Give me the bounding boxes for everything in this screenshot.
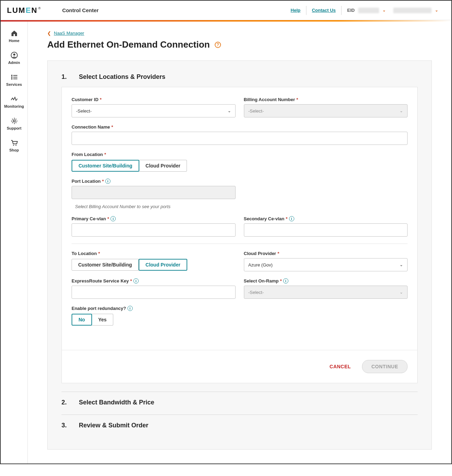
logo: LUMEN® xyxy=(7,6,41,15)
info-icon[interactable]: i xyxy=(289,216,294,221)
svg-rect-5 xyxy=(13,77,17,77)
cancel-button[interactable]: CANCEL xyxy=(330,364,351,369)
sidebar-item-home[interactable]: Home xyxy=(1,26,27,48)
contact-us-link[interactable]: Contact Us xyxy=(306,8,342,13)
svg-point-10 xyxy=(15,145,16,146)
to-location-cloud-provider-button[interactable]: Cloud Provider xyxy=(139,259,187,271)
select-onramp-label: Select On-Ramp* i xyxy=(244,278,408,284)
user-icon xyxy=(11,52,18,59)
port-redundancy-toggle: No Yes xyxy=(72,314,236,326)
port-redundancy-no-button[interactable]: No xyxy=(72,314,92,326)
cloud-provider-select[interactable]: Azure (Gov) ⌄ xyxy=(244,258,408,271)
from-location-cloud-provider-button[interactable]: Cloud Provider xyxy=(139,160,187,172)
primary-cevlan-input[interactable] xyxy=(72,223,236,237)
chevron-down-icon: ⌄ xyxy=(400,108,403,113)
info-icon[interactable]: i xyxy=(133,278,139,284)
eid-label: EID xyxy=(347,8,355,13)
svg-point-8 xyxy=(13,120,15,122)
sidebar-item-label: Monitoring xyxy=(4,104,24,108)
sidebar-item-label: Shop xyxy=(9,148,19,152)
step-title: Review & Submit Order xyxy=(79,422,148,429)
content-card: 1. Select Locations & Providers Customer… xyxy=(47,60,432,450)
from-location-label: From Location* xyxy=(72,152,236,157)
customer-id-select[interactable]: -Select- ⌄ xyxy=(72,104,236,117)
sidebar-item-label: Services xyxy=(6,82,22,87)
chevron-left-icon: ❮ xyxy=(47,31,51,36)
port-location-hint: Select Billing Account Number to see you… xyxy=(75,204,236,209)
help-icon[interactable]: ? xyxy=(215,42,221,48)
step-title: Select Bandwidth & Price xyxy=(79,399,154,406)
from-location-toggle: Customer Site/Building Cloud Provider xyxy=(72,160,236,172)
port-location-label: Port Location* i xyxy=(72,179,236,184)
info-icon[interactable]: i xyxy=(110,216,116,221)
info-icon[interactable]: i xyxy=(105,179,110,184)
sidebar-item-support[interactable]: Support xyxy=(1,114,27,136)
select-onramp-select[interactable]: -Select- ⌄ xyxy=(244,286,408,299)
continue-button[interactable]: CONTINUE xyxy=(362,360,408,373)
expressroute-key-input[interactable] xyxy=(72,286,236,299)
port-location-select[interactable] xyxy=(72,186,236,199)
page-title-text: Add Ethernet On-Demand Connection xyxy=(47,39,210,50)
breadcrumb-link[interactable]: NaaS Manager xyxy=(54,31,84,36)
step-2-bar[interactable]: 2. Select Bandwidth & Price xyxy=(61,392,418,406)
sidebar-item-shop[interactable]: Shop xyxy=(1,136,27,158)
to-location-label: To Location* xyxy=(72,251,236,256)
info-icon[interactable]: i xyxy=(128,306,133,311)
chevron-down-icon: ⌄ xyxy=(383,8,386,13)
svg-rect-7 xyxy=(13,79,17,79)
select-value: -Select- xyxy=(76,108,92,114)
info-icon[interactable]: i xyxy=(283,278,288,284)
chevron-down-icon: ⌄ xyxy=(400,262,403,267)
expressroute-key-label: ExpressRoute Service Key* i xyxy=(72,278,236,284)
breadcrumb: ❮ NaaS Manager xyxy=(47,31,432,36)
list-icon xyxy=(11,74,18,81)
billing-account-label: Billing Account Number* xyxy=(244,97,408,102)
select-value: Azure (Gov) xyxy=(248,262,273,268)
user-dropdown[interactable]: ⌄ xyxy=(391,8,443,13)
secondary-cevlan-input[interactable] xyxy=(244,223,408,237)
eid-dropdown[interactable]: EID ⌄ xyxy=(342,8,391,13)
form-footer: CANCEL CONTINUE xyxy=(62,350,417,383)
home-icon xyxy=(11,30,18,37)
app-title: Control Center xyxy=(62,7,99,13)
primary-cevlan-label: Primary Ce-vlan* i xyxy=(72,216,236,221)
secondary-cevlan-label: Secondary Ce-vlan* i xyxy=(244,216,408,221)
sidebar: Home Admin Services Monitoring xyxy=(1,22,28,463)
sidebar-item-label: Support xyxy=(7,126,21,130)
port-redundancy-label: Enable port redundancy? i xyxy=(72,306,236,311)
svg-point-2 xyxy=(11,75,13,76)
to-location-toggle: Customer Site/Building Cloud Provider xyxy=(72,259,236,271)
divider xyxy=(72,244,408,244)
connection-name-input[interactable] xyxy=(72,132,408,145)
select-value: -Select- xyxy=(248,290,264,295)
billing-account-select[interactable]: -Select- ⌄ xyxy=(244,104,408,117)
port-redundancy-yes-button[interactable]: Yes xyxy=(92,314,113,326)
svg-point-1 xyxy=(13,54,15,56)
sidebar-item-label: Admin xyxy=(8,60,20,65)
cart-icon xyxy=(11,139,18,146)
main-content: ❮ NaaS Manager Add Ethernet On-Demand Co… xyxy=(28,22,451,463)
help-link[interactable]: Help xyxy=(285,8,306,13)
chevron-down-icon: ⌄ xyxy=(435,8,438,13)
header: LUMEN® Control Center Help Contact Us EI… xyxy=(1,1,451,20)
activity-icon xyxy=(11,96,18,102)
gear-icon xyxy=(11,117,18,124)
step-title: Select Locations & Providers xyxy=(79,73,165,81)
customer-id-label: Customer ID* xyxy=(72,97,236,102)
step-number: 2. xyxy=(61,399,68,406)
sidebar-item-monitoring[interactable]: Monitoring xyxy=(1,92,27,114)
svg-point-9 xyxy=(13,145,14,146)
sidebar-item-services[interactable]: Services xyxy=(1,70,27,92)
to-location-customer-site-button[interactable]: Customer Site/Building xyxy=(72,259,139,271)
step-1-header: 1. Select Locations & Providers xyxy=(48,73,432,81)
from-location-customer-site-button[interactable]: Customer Site/Building xyxy=(72,160,139,172)
sidebar-item-admin[interactable]: Admin xyxy=(1,48,27,70)
user-value-redacted xyxy=(393,8,432,13)
svg-rect-3 xyxy=(13,75,17,76)
eid-value-redacted xyxy=(358,8,379,13)
select-value: -Select- xyxy=(248,108,264,114)
cloud-provider-label: Cloud Provider* xyxy=(244,251,408,256)
svg-point-6 xyxy=(11,78,13,80)
step-number: 1. xyxy=(61,73,68,81)
step-3-bar[interactable]: 3. Review & Submit Order xyxy=(61,415,418,429)
